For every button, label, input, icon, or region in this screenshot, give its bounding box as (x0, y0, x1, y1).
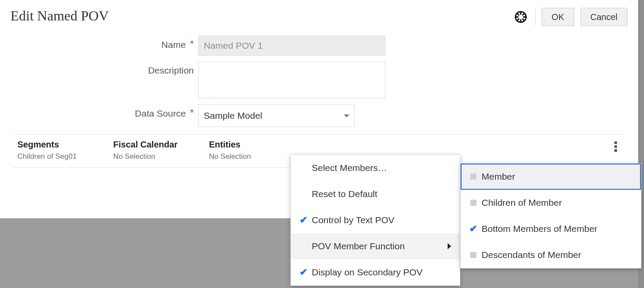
form-row-name: Name * (0, 36, 638, 56)
square-icon (470, 252, 476, 258)
dimension-head: Entities (209, 140, 305, 150)
cancel-button[interactable]: Cancel (580, 8, 627, 26)
datasource-label: Data Source * (0, 104, 198, 119)
menu-item-label: Display on Secondary POV (312, 267, 422, 278)
dialog-title: Edit Named POV (10, 8, 514, 24)
name-field[interactable] (198, 36, 385, 56)
menu-item-display-secondary-pov[interactable]: ✔ Display on Secondary POV (291, 259, 460, 285)
dimension-head: Segments (17, 140, 113, 150)
menu-item-label: POV Member Function (312, 241, 405, 251)
check-icon: ✔ (469, 223, 477, 234)
help-icon[interactable] (514, 10, 527, 23)
datasource-select[interactable]: Sample Model (198, 104, 355, 127)
menu-item-control-by-text-pov[interactable]: ✔ Control by Text POV (291, 207, 460, 233)
datasource-value: Sample Model (204, 111, 262, 121)
submenu-item-children-of-member[interactable]: Children of Member (461, 190, 641, 216)
form-area: Name * Description Data Source * Sample … (0, 36, 638, 127)
menu-item-label: Member (482, 171, 515, 182)
menu-item-pov-member-function[interactable]: POV Member Function (291, 233, 460, 259)
required-indicator: * (190, 107, 194, 118)
required-indicator: * (190, 38, 194, 49)
name-label: Name * (0, 36, 198, 50)
menu-item-label: Descendants of Member (482, 250, 581, 260)
datasource-label-text: Data Source (135, 108, 186, 118)
square-icon (470, 174, 476, 180)
svg-point-1 (519, 15, 523, 19)
menu-item-label: Children of Member (482, 198, 562, 208)
header-actions: OK Cancel (514, 8, 627, 26)
dimension-head: Fiscal Calendar (113, 140, 209, 150)
dialog-header: Edit Named POV OK Cancel (0, 0, 638, 26)
check-icon: ✔ (300, 214, 307, 226)
description-field[interactable] (198, 62, 385, 98)
ok-button[interactable]: OK (542, 8, 574, 26)
menu-item-label: Control by Text POV (312, 215, 394, 225)
submenu-arrow-icon (448, 243, 451, 249)
header-separator (535, 8, 536, 26)
caret-down-icon (344, 114, 349, 117)
check-icon: ✔ (300, 267, 307, 278)
form-row-description: Description (0, 62, 638, 98)
menu-item-select-members[interactable]: Select Members… (291, 155, 460, 181)
submenu-item-member[interactable]: Member (461, 164, 641, 190)
description-label: Description (0, 62, 198, 76)
pov-member-function-submenu: Member Children of Member ✔ Bottom Membe… (460, 163, 641, 268)
dimension-segments[interactable]: Segments Children of Seg01 (17, 140, 113, 161)
submenu-item-bottom-members[interactable]: ✔ Bottom Members of Member (461, 216, 641, 242)
dimension-fiscal-calendar[interactable]: Fiscal Calendar No Selection (113, 140, 209, 161)
menu-item-label: Select Members… (312, 163, 387, 173)
form-row-datasource: Data Source * Sample Model (0, 104, 638, 127)
menu-item-label: Bottom Members of Member (482, 224, 597, 234)
dimension-value: Children of Seg01 (17, 152, 113, 161)
kebab-icon[interactable] (614, 141, 617, 152)
menu-item-reset-default[interactable]: Reset to Default (291, 181, 460, 207)
menu-item-label: Reset to Default (312, 189, 378, 199)
submenu-item-descendants[interactable]: Descendants of Member (461, 242, 641, 268)
name-label-text: Name (162, 40, 186, 50)
dimension-context-menu: Select Members… Reset to Default ✔ Contr… (290, 154, 460, 286)
dimension-value: No Selection (113, 152, 209, 161)
square-icon (470, 200, 476, 206)
dimension-actions (614, 140, 625, 152)
